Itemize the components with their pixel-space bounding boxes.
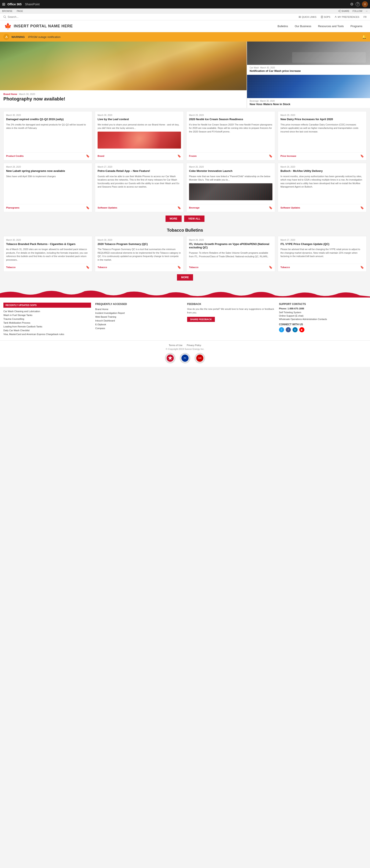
tobacco-card-3[interactable]: March 29, 2020 ITL Volume Growth Program…	[186, 236, 275, 272]
sops-item-6[interactable]: Daily Car Wash Checklist	[3, 329, 91, 332]
ribbon-share[interactable]: SHARE	[338, 10, 349, 12]
bulletin-card-3[interactable]: March 29, 2020 2020 Nestlé Ice Cream Sea…	[186, 111, 275, 160]
hero-side: Car Wash March 30, 2020 Notification of …	[246, 41, 370, 108]
bulletin-card-7[interactable]: March 26, 2020 Coke Monster Innovation L…	[186, 163, 275, 212]
settings-icon[interactable]: ⚙	[350, 2, 354, 6]
card-title-6: Petro-Canada Retail App – New Feature!	[98, 169, 181, 173]
bulletin-card-6[interactable]: March 27, 2020 Petro-Canada Retail App –…	[95, 163, 184, 212]
tobacco-card-bookmark-4[interactable]: 🔖	[360, 266, 364, 269]
bulletin-card-5[interactable]: March 28, 2020 New Labatt spring planogr…	[3, 163, 92, 212]
tobacco-card-bookmark-1[interactable]: 🔖	[86, 266, 90, 269]
ribbon-follow[interactable]: FOLLOW	[352, 10, 362, 12]
card-bookmark-4[interactable]: 🔖	[360, 154, 364, 158]
sops-btn[interactable]: SOPS	[321, 16, 330, 18]
my-preferences-btn[interactable]: MY PREFERENCES	[334, 16, 359, 18]
quick-links-btn[interactable]: QUICK LINKS	[298, 16, 316, 18]
nav-resources[interactable]: Resources and Tools	[314, 23, 347, 30]
avatar[interactable]: U	[362, 1, 368, 7]
tobacco-card-1[interactable]: March 30, 2020 Tobacco Branded Pack Retu…	[3, 236, 92, 272]
freq-item-5[interactable]: E-Dipbook	[95, 322, 183, 327]
card-tag-8[interactable]: Software Updates	[280, 207, 300, 209]
linkedin-icon[interactable]: in	[293, 327, 298, 332]
tobacco-card-tag-4[interactable]: Tobacco	[280, 266, 290, 269]
hero-main-date: March 30, 2020	[19, 93, 35, 95]
freq-item-4[interactable]: Intouch Dashboard	[95, 319, 183, 322]
app-title[interactable]: Office 365	[7, 3, 22, 6]
freq-item-1[interactable]: Brand Home	[95, 307, 183, 311]
nav-programs[interactable]: Programs	[347, 23, 366, 30]
bulletin-card-2[interactable]: March 30, 2020 Live by the Leaf contest …	[95, 111, 184, 160]
tobacco-card-tag-1[interactable]: Tobacco	[6, 266, 15, 269]
tobacco-card-tag-2[interactable]: Tobacco	[98, 266, 107, 269]
top-nav: ⊞ Office 365 SharePoint ⚙ ? U	[0, 0, 370, 8]
search-input[interactable]	[8, 15, 50, 19]
ribbon-browse[interactable]: BROWSE	[2, 10, 12, 12]
nav-bulletins[interactable]: Bulletins	[274, 23, 291, 30]
tobacco-card-date-4: March 27, 2020	[280, 239, 364, 241]
hero-side-item-1[interactable]: Car Wash March 30, 2020 Notification of …	[247, 41, 370, 75]
tobacco-card-2[interactable]: March 30, 2020 2020 Tobacco Program Summ…	[95, 236, 184, 272]
grid-icon[interactable]: ⊞	[2, 2, 5, 6]
nav-our-business[interactable]: Our Business	[291, 23, 314, 30]
fr-btn[interactable]: FR	[364, 16, 367, 18]
ribbon-page[interactable]: PAGE	[17, 10, 23, 12]
tobacco-card-bookmark-3[interactable]: 🔖	[269, 266, 272, 269]
terms-link[interactable]: Terms of Use	[169, 344, 182, 346]
card-title-5: New Labatt spring planograms now availab…	[6, 169, 90, 173]
card-tag-2[interactable]: Brand	[98, 155, 104, 157]
more-button[interactable]: MORE	[166, 216, 181, 222]
card-tag-4[interactable]: Price Increase	[280, 155, 296, 157]
support-link-1[interactable]: Self Ticketing System	[279, 311, 367, 314]
card-bookmark-3[interactable]: 🔖	[269, 154, 272, 158]
bulletin-card-4[interactable]: March 29, 2020 New Dairy Price Increases…	[278, 111, 367, 160]
support-link-2[interactable]: Online Support (E-chat)	[279, 314, 367, 317]
tobacco-card-4[interactable]: March 27, 2020 ITL VYPE Price Changes Up…	[278, 236, 367, 272]
footer-support-links: Self Ticketing System Online Support (E-…	[279, 311, 367, 321]
hero-side-title-1: Notification of Car Wash price increase	[249, 69, 367, 73]
hero-side-item-2[interactable]: Beverage March 30, 2020 New Voss Waters …	[247, 75, 370, 108]
bulletin-card-1[interactable]: March 30, 2020 Damaged expired credits Q…	[3, 111, 92, 160]
card-tag-3[interactable]: Frozen	[189, 155, 197, 157]
tobacco-more-button[interactable]: MORE	[177, 274, 193, 281]
search-bar: QUICK LINKS SOPS MY PREFERENCES FR	[0, 13, 370, 20]
hero-main[interactable]: Brand Home March 30, 2020 Photography no…	[0, 41, 246, 108]
footer-social-icons: 𝕋 f in ▶	[279, 327, 367, 332]
card-bookmark-1[interactable]: 🔖	[86, 154, 90, 158]
sops-item-2[interactable]: Wash in Fuel Storage Tanks	[3, 313, 91, 317]
youtube-icon[interactable]: ▶	[299, 327, 304, 332]
facebook-icon[interactable]: f	[286, 327, 291, 332]
sops-item-7[interactable]: Visa, MasterCard and American Express Ch…	[3, 332, 91, 336]
twitter-icon[interactable]: 𝕋	[279, 327, 284, 332]
card-bookmark-2[interactable]: 🔖	[177, 154, 181, 158]
help-icon[interactable]: ?	[356, 2, 360, 6]
freq-item-6[interactable]: Compass	[95, 327, 183, 330]
share-feedback-button[interactable]: SHARE FEEDBACK	[187, 317, 215, 322]
tobacco-card-tag-3[interactable]: Tobacco	[189, 266, 198, 269]
privacy-link[interactable]: Privacy Policy	[187, 344, 201, 346]
view-all-button[interactable]: VIEW ALL	[184, 216, 205, 222]
card-tag-1[interactable]: Product Credits	[6, 155, 24, 157]
card-bookmark-8[interactable]: 🔖	[360, 206, 364, 209]
sops-item-1[interactable]: Car Wash Cleaning and Lubrication	[3, 309, 91, 313]
warning-bell-icon[interactable]: 🔔	[362, 35, 367, 39]
bulletin-cards-row2: March 28, 2020 New Labatt spring planogr…	[3, 163, 367, 212]
sops-item-5[interactable]: Loading from Remote Cardlock Tanks	[3, 324, 91, 329]
card-tag-5[interactable]: Planograms	[6, 207, 20, 209]
card-date-4: March 29, 2020	[280, 114, 364, 116]
card-bookmark-6[interactable]: 🔖	[177, 206, 181, 209]
sharepoint-title[interactable]: SharePoint	[25, 3, 40, 6]
footer-sops-title: RECENTLY UPDATED SOPS	[3, 303, 91, 308]
support-link-3[interactable]: Wholesale Operations Administration Cont…	[279, 317, 367, 321]
card-bookmark-5[interactable]: 🔖	[86, 206, 90, 209]
tobacco-card-body-2: The Tobacco Program Summary QC is a tool…	[98, 248, 181, 261]
freq-item-2[interactable]: Incident Investigation Report	[95, 311, 183, 315]
card-tag-6[interactable]: Software Updates	[98, 207, 117, 209]
freq-item-3[interactable]: Web Based Training	[95, 315, 183, 319]
hero-side-tag-1: Car Wash	[249, 66, 259, 69]
tobacco-card-bookmark-2[interactable]: 🔖	[177, 266, 181, 269]
sops-item-4[interactable]: Tank Mobilization Process	[3, 321, 91, 324]
card-tag-7[interactable]: Beverage	[189, 207, 200, 209]
sops-item-3[interactable]: Trauma Counselling	[3, 317, 91, 321]
card-bookmark-7[interactable]: 🔖	[269, 206, 272, 209]
bulletin-card-8[interactable]: March 26, 2020 Bulloch - McAfee Utility …	[278, 163, 367, 212]
